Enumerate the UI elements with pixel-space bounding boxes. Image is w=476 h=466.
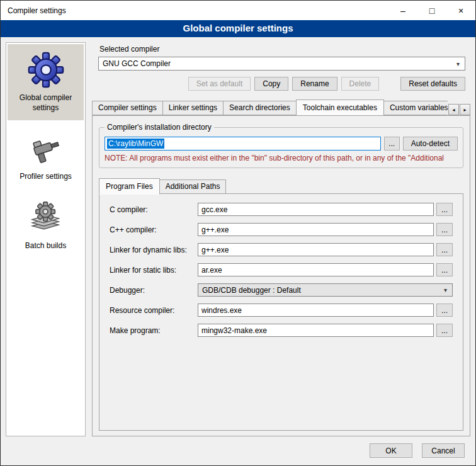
- cpp-compiler-input[interactable]: [198, 223, 434, 236]
- tab-additional-paths[interactable]: Additional Paths: [159, 179, 227, 194]
- compiler-selection-section: Selected compiler GNU GCC Compiler ▾ Set…: [92, 43, 470, 91]
- sidebar-item-label: Batch builds: [25, 241, 66, 251]
- selected-path-text: C:\raylib\MinGW: [107, 139, 164, 149]
- tab-scroll-right-icon[interactable]: ▸: [460, 104, 470, 115]
- tab-linker-settings[interactable]: Linker settings: [162, 101, 224, 115]
- copy-button[interactable]: Copy: [254, 77, 288, 91]
- linker-dynamic-label: Linker for dynamic libs:: [110, 246, 195, 254]
- sidebar-item-global-compiler-settings[interactable]: Global compiler settings: [8, 44, 84, 120]
- reset-defaults-button[interactable]: Reset defaults: [400, 77, 465, 91]
- minimize-button[interactable]: –: [388, 1, 417, 20]
- profiler-icon: [30, 132, 62, 167]
- linker-static-browse-button[interactable]: ...: [436, 263, 453, 276]
- sidebar-item-batch-builds[interactable]: Batch builds: [8, 193, 84, 259]
- sidebar: Global compiler settings Profiler settin…: [6, 42, 86, 436]
- tab-search-directories[interactable]: Search directories: [223, 101, 297, 115]
- window-title: Compiler settings: [1, 6, 66, 15]
- selected-compiler-value: GNU GCC Compiler: [103, 59, 453, 68]
- program-fields: C compiler: ... C++ compiler: ... Linker…: [110, 203, 453, 337]
- bin-directory-note: NOTE: All programs must exist either in …: [105, 154, 458, 162]
- selected-compiler-label: Selected compiler: [99, 45, 465, 54]
- linker-static-input[interactable]: [198, 263, 434, 276]
- sidebar-item-label: Profiler settings: [20, 172, 72, 182]
- tab-toolchain-executables[interactable]: Toolchain executables: [296, 99, 384, 115]
- dialog-body: Global compiler settings Profiler settin…: [1, 37, 475, 441]
- installation-directory-group: Compiler's installation directory C:\ray…: [99, 127, 463, 168]
- make-program-label: Make program:: [110, 326, 195, 335]
- linker-static-label: Linker for static libs:: [110, 266, 195, 275]
- tab-compiler-settings[interactable]: Compiler settings: [92, 101, 163, 115]
- selected-compiler-dropdown[interactable]: GNU GCC Compiler ▾: [98, 57, 465, 71]
- sidebar-item-profiler-settings[interactable]: Profiler settings: [8, 124, 84, 190]
- auto-detect-button[interactable]: Auto-detect: [403, 137, 458, 151]
- close-button[interactable]: ×: [446, 1, 475, 20]
- chevron-down-icon: ▾: [441, 287, 450, 293]
- chevron-down-icon: ▾: [453, 60, 463, 67]
- make-program-input[interactable]: [198, 324, 434, 337]
- tab-custom-variables[interactable]: Custom variables: [383, 101, 448, 115]
- page-title: Global compiler settings: [1, 20, 475, 37]
- c-compiler-label: C compiler:: [110, 205, 195, 214]
- set-as-default-button: Set as default: [188, 77, 251, 91]
- debugger-dropdown[interactable]: GDB/CDB debugger : Default ▾: [198, 283, 453, 297]
- make-program-browse-button[interactable]: ...: [436, 324, 453, 337]
- compiler-settings-window: Compiler settings – □ × Global compiler …: [0, 0, 476, 466]
- titlebar: Compiler settings – □ ×: [1, 1, 475, 20]
- debugger-label: Debugger:: [110, 286, 195, 295]
- installation-directory-row: C:\raylib\MinGW ... Auto-detect: [105, 137, 458, 151]
- tab-program-files[interactable]: Program Files: [99, 178, 160, 195]
- footer: OK Cancel: [1, 441, 475, 465]
- resource-compiler-input[interactable]: [198, 304, 434, 317]
- gear-icon: [28, 52, 64, 88]
- delete-button: Delete: [341, 77, 380, 91]
- c-compiler-input[interactable]: [198, 203, 434, 216]
- sidebar-item-label: Global compiler settings: [10, 93, 81, 113]
- cpp-compiler-browse-button[interactable]: ...: [436, 223, 453, 236]
- tab-scroll-left-icon[interactable]: ◂: [448, 104, 459, 115]
- compiler-buttons-row: Set as default Copy Rename Delete Reset …: [98, 77, 465, 91]
- batch-builds-icon: [29, 201, 63, 236]
- cpp-compiler-label: C++ compiler:: [110, 225, 195, 234]
- rename-button[interactable]: Rename: [292, 77, 337, 91]
- linker-dynamic-browse-button[interactable]: ...: [436, 243, 453, 256]
- resource-compiler-browse-button[interactable]: ...: [436, 304, 453, 317]
- groupbox-title: Compiler's installation directory: [105, 123, 214, 132]
- window-controls: – □ ×: [388, 1, 475, 20]
- main-content: Selected compiler GNU GCC Compiler ▾ Set…: [92, 42, 470, 436]
- c-compiler-browse-button[interactable]: ...: [436, 203, 453, 216]
- ok-button[interactable]: OK: [370, 443, 412, 458]
- installation-directory-input[interactable]: C:\raylib\MinGW: [105, 137, 381, 151]
- linker-dynamic-input[interactable]: [198, 243, 434, 256]
- debugger-value: GDB/CDB debugger : Default: [202, 286, 441, 295]
- tabs-strip: Compiler settings Linker settings Search…: [92, 99, 448, 115]
- program-files-panel: C compiler: ... C++ compiler: ... Linker…: [99, 193, 463, 431]
- maximize-button[interactable]: □: [417, 1, 446, 20]
- cancel-button[interactable]: Cancel: [422, 443, 465, 458]
- toolchain-executables-panel: Compiler's installation directory C:\ray…: [92, 115, 470, 436]
- settings-tabbar: Compiler settings Linker settings Search…: [92, 99, 470, 115]
- resource-compiler-label: Resource compiler:: [110, 306, 195, 315]
- browse-directory-button[interactable]: ...: [384, 137, 400, 151]
- program-tabbar: Program Files Additional Paths: [98, 178, 465, 194]
